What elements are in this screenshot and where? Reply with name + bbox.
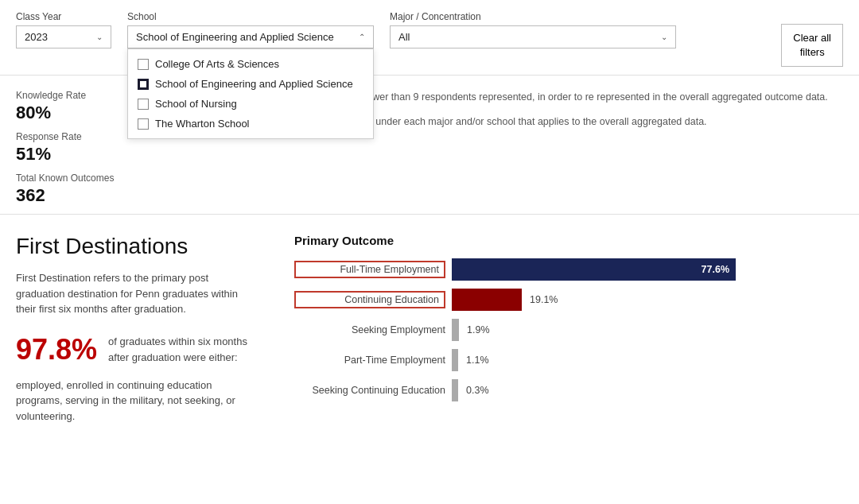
school-dropdown-menu: College Of Arts & Sciences School of Eng… [127, 48, 374, 139]
clear-filters-button[interactable]: Clear allfilters [781, 24, 843, 67]
bar-container: 19.1% [452, 289, 843, 311]
school-select[interactable]: School of Engineering and Applied Scienc… [127, 25, 374, 48]
total-known-stat: Total Known Outcomes 362 [16, 173, 175, 206]
school-option-arts-label: College Of Arts & Sciences [155, 58, 279, 70]
highlight-percentage-label: of graduates within six months after gra… [108, 334, 267, 365]
bar-value-outside: 1.1% [466, 355, 489, 366]
first-destinations-title: First Destinations [16, 234, 286, 259]
school-chevron-icon: ⌃ [359, 33, 365, 41]
school-option-wharton-label: The Wharton School [155, 118, 250, 130]
school-option-nursing-label: School of Nursing [155, 98, 237, 110]
major-select[interactable]: All ⌄ [390, 25, 676, 48]
class-year-label: Class Year [16, 11, 111, 22]
bar-row: Seeking Employment1.9% [294, 319, 843, 341]
school-checkbox-arts[interactable] [138, 59, 149, 70]
school-filter: School School of Engineering and Applied… [127, 11, 374, 48]
bar-fill [452, 289, 522, 311]
filter-bar: Class Year 2023 ⌄ School School of Engin… [0, 0, 859, 76]
chart-title: Primary Outcome [294, 234, 843, 247]
bar-container: 1.9% [452, 319, 843, 341]
response-rate-value: 51% [16, 144, 175, 165]
highlight-stat-row: 97.8% of graduates within six months aft… [16, 333, 286, 366]
major-filter: Major / Concentration All ⌄ [390, 11, 676, 48]
bar-value-inside: 77.6% [702, 264, 729, 275]
school-option-engineering-label: School of Engineering and Applied Scienc… [155, 78, 353, 90]
first-destinations-left: First Destinations First Destination ref… [16, 234, 286, 424]
school-checkbox-engineering[interactable] [138, 79, 149, 90]
school-option-wharton[interactable]: The Wharton School [128, 114, 373, 134]
school-option-engineering[interactable]: School of Engineering and Applied Scienc… [128, 74, 373, 94]
bar-row: Full-Time Employment77.6% [294, 258, 843, 281]
major-value: All [398, 31, 410, 43]
first-destinations-description: First Destination refers to the primary … [16, 270, 239, 317]
first-destinations-section: First Destinations First Destination ref… [0, 215, 859, 440]
bar-container: 0.3% [452, 379, 843, 401]
school-label: School [127, 11, 374, 22]
bar-fill [452, 319, 459, 341]
major-label: Major / Concentration [390, 11, 676, 22]
class-year-filter: Class Year 2023 ⌄ [16, 11, 111, 48]
school-checkbox-wharton[interactable] [138, 118, 149, 130]
bar-label: Seeking Employment [294, 324, 445, 335]
bar-label: Full-Time Employment [294, 261, 445, 278]
class-year-value: 2023 [25, 31, 48, 43]
bar-container: 77.6% [452, 258, 843, 281]
bar-label: Continuing Education [294, 291, 445, 308]
highlight-percentage: 97.8% [16, 333, 97, 366]
bar-fill: 77.6% [452, 258, 736, 281]
major-chevron-icon: ⌄ [661, 33, 667, 41]
school-option-arts[interactable]: College Of Arts & Sciences [128, 54, 373, 74]
total-known-label: Total Known Outcomes [16, 173, 175, 184]
total-known-value: 362 [16, 185, 175, 206]
school-value: School of Engineering and Applied Scienc… [136, 31, 334, 43]
bar-fill [452, 349, 458, 371]
class-year-select[interactable]: 2023 ⌄ [16, 25, 111, 48]
bar-row: Part-Time Employment1.1% [294, 349, 843, 371]
bar-row: Seeking Continuing Education0.3% [294, 379, 843, 401]
bar-chart: Full-Time Employment77.6%Continuing Educ… [294, 258, 843, 401]
bar-value-outside: 1.9% [467, 324, 490, 335]
bar-label: Part-Time Employment [294, 355, 445, 366]
bar-row: Continuing Education19.1% [294, 289, 843, 311]
class-year-chevron-icon: ⌄ [96, 33, 103, 41]
first-destinations-footer: employed, enrolled in continuing educati… [16, 378, 255, 425]
bar-value-outside: 0.3% [466, 385, 489, 396]
school-checkbox-nursing[interactable] [138, 99, 149, 110]
chart-area: Primary Outcome Full-Time Employment77.6… [286, 234, 843, 424]
bar-value-outside: 19.1% [530, 294, 558, 305]
school-option-nursing[interactable]: School of Nursing [128, 94, 373, 114]
bar-container: 1.1% [452, 349, 843, 371]
bar-label: Seeking Continuing Education [294, 385, 445, 396]
bar-fill [452, 379, 458, 401]
